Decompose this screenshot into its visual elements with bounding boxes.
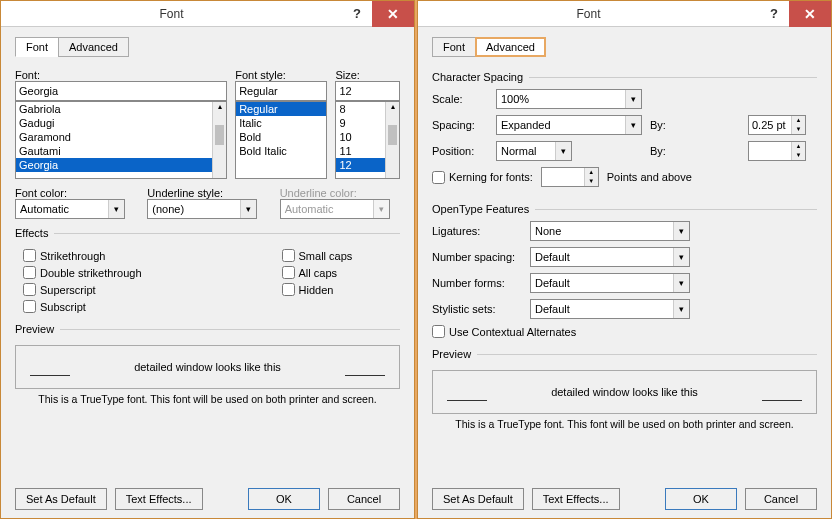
contextual-alternates-checkbox[interactable]: Use Contextual Alternates	[432, 325, 576, 338]
font-color-dropdown[interactable]: Automatic▾	[15, 199, 125, 219]
tab-advanced[interactable]: Advanced	[58, 37, 129, 57]
preview-box: detailed window looks like this	[432, 370, 817, 414]
spacing-dropdown[interactable]: Expanded▾	[496, 115, 642, 135]
underline-color-dropdown: Automatic▾	[280, 199, 390, 219]
font-style-listbox[interactable]: Regular Italic Bold Bold Italic	[235, 101, 327, 179]
all-caps-checkbox[interactable]: All caps	[282, 266, 353, 279]
help-button[interactable]: ?	[759, 1, 789, 27]
tab-advanced[interactable]: Advanced	[475, 37, 546, 57]
stylistic-sets-label: Stylistic sets:	[432, 303, 522, 315]
ligatures-label: Ligatures:	[432, 225, 522, 237]
spin-down-icon[interactable]: ▼	[792, 151, 805, 160]
font-color-label: Font color:	[15, 187, 135, 199]
strikethrough-checkbox[interactable]: Strikethrough	[23, 249, 142, 262]
points-above-label: Points and above	[607, 171, 697, 183]
number-spacing-label: Number spacing:	[432, 251, 522, 263]
position-label: Position:	[432, 145, 488, 157]
spin-up-icon[interactable]: ▲	[792, 116, 805, 125]
spacing-by-spinner[interactable]: ▲▼	[748, 115, 806, 135]
list-item[interactable]: Italic	[236, 116, 326, 130]
scale-label: Scale:	[432, 93, 488, 105]
scrollbar[interactable]: ▴	[385, 102, 399, 178]
position-dropdown[interactable]: Normal▾	[496, 141, 572, 161]
underline-style-label: Underline style:	[147, 187, 267, 199]
hidden-checkbox[interactable]: Hidden	[282, 283, 353, 296]
chevron-down-icon: ▾	[625, 116, 641, 134]
spin-down-icon[interactable]: ▼	[792, 125, 805, 134]
font-dialog-font-tab: Font ? ✕ Font Advanced Font: Gabriola Ga…	[0, 0, 415, 519]
double-strikethrough-checkbox[interactable]: Double strikethrough	[23, 266, 142, 279]
chevron-down-icon: ▾	[673, 248, 689, 266]
list-item[interactable]: Georgia	[16, 158, 226, 172]
list-item[interactable]: Bold Italic	[236, 144, 326, 158]
subscript-checkbox[interactable]: Subscript	[23, 300, 142, 313]
underline-style-dropdown[interactable]: (none)▾	[147, 199, 257, 219]
position-by-spinner[interactable]: ▲▼	[748, 141, 806, 161]
preview-legend: Preview	[15, 323, 60, 335]
font-input[interactable]	[15, 81, 227, 101]
font-hint: This is a TrueType font. This font will …	[432, 418, 817, 430]
character-spacing-legend: Character Spacing	[432, 71, 529, 83]
chevron-down-icon: ▾	[673, 274, 689, 292]
tab-font[interactable]: Font	[15, 37, 59, 57]
number-spacing-dropdown[interactable]: Default▾	[530, 247, 690, 267]
number-forms-dropdown[interactable]: Default▾	[530, 273, 690, 293]
tab-font[interactable]: Font	[432, 37, 476, 57]
set-as-default-button[interactable]: Set As Default	[432, 488, 524, 510]
help-button[interactable]: ?	[342, 1, 372, 27]
spin-down-icon[interactable]: ▼	[585, 177, 598, 186]
list-item[interactable]: Gabriola	[16, 102, 226, 116]
list-item[interactable]: Gadugi	[16, 116, 226, 130]
list-item[interactable]: Garamond	[16, 130, 226, 144]
ligatures-dropdown[interactable]: None▾	[530, 221, 690, 241]
chevron-down-icon: ▾	[673, 222, 689, 240]
titlebar: Font ? ✕	[418, 1, 831, 27]
chevron-down-icon: ▾	[625, 90, 641, 108]
font-hint: This is a TrueType font. This font will …	[15, 393, 400, 405]
chevron-down-icon: ▾	[673, 300, 689, 318]
font-style-input[interactable]	[235, 81, 327, 101]
size-label: Size:	[335, 69, 400, 81]
spacing-label: Spacing:	[432, 119, 488, 131]
font-label: Font:	[15, 69, 227, 81]
chevron-down-icon: ▾	[373, 200, 389, 218]
close-button[interactable]: ✕	[789, 1, 831, 27]
spin-up-icon[interactable]: ▲	[792, 142, 805, 151]
preview-legend: Preview	[432, 348, 477, 360]
font-listbox[interactable]: Gabriola Gadugi Garamond Gautami Georgia…	[15, 101, 227, 179]
font-dialog-advanced-tab: Font ? ✕ Font Advanced Character Spacing…	[417, 0, 832, 519]
cancel-button[interactable]: Cancel	[328, 488, 400, 510]
close-button[interactable]: ✕	[372, 1, 414, 27]
ok-button[interactable]: OK	[665, 488, 737, 510]
stylistic-sets-dropdown[interactable]: Default▾	[530, 299, 690, 319]
chevron-down-icon: ▾	[108, 200, 124, 218]
spacing-by-label: By:	[650, 119, 740, 131]
kerning-checkbox[interactable]: Kerning for fonts:	[432, 171, 533, 184]
size-input[interactable]	[335, 81, 400, 101]
small-caps-checkbox[interactable]: Small caps	[282, 249, 353, 262]
list-item[interactable]: Gautami	[16, 144, 226, 158]
scrollbar[interactable]: ▴	[212, 102, 226, 178]
set-as-default-button[interactable]: Set As Default	[15, 488, 107, 510]
scale-dropdown[interactable]: 100%▾	[496, 89, 642, 109]
underline-color-label: Underline color:	[280, 187, 400, 199]
cancel-button[interactable]: Cancel	[745, 488, 817, 510]
font-style-label: Font style:	[235, 69, 327, 81]
titlebar: Font ? ✕	[1, 1, 414, 27]
preview-box: detailed window looks like this	[15, 345, 400, 389]
ok-button[interactable]: OK	[248, 488, 320, 510]
tab-strip: Font Advanced	[15, 37, 400, 57]
text-effects-button[interactable]: Text Effects...	[532, 488, 620, 510]
list-item[interactable]: Regular	[236, 102, 326, 116]
text-effects-button[interactable]: Text Effects...	[115, 488, 203, 510]
kerning-spinner[interactable]: ▲▼	[541, 167, 599, 187]
tab-strip: Font Advanced	[432, 37, 817, 57]
size-listbox[interactable]: 8 9 10 11 12 ▴	[335, 101, 400, 179]
list-item[interactable]: Bold	[236, 130, 326, 144]
window-title: Font	[418, 7, 759, 21]
spin-up-icon[interactable]: ▲	[585, 168, 598, 177]
effects-legend: Effects	[15, 227, 54, 239]
superscript-checkbox[interactable]: Superscript	[23, 283, 142, 296]
chevron-down-icon: ▾	[240, 200, 256, 218]
position-by-label: By:	[650, 145, 740, 157]
